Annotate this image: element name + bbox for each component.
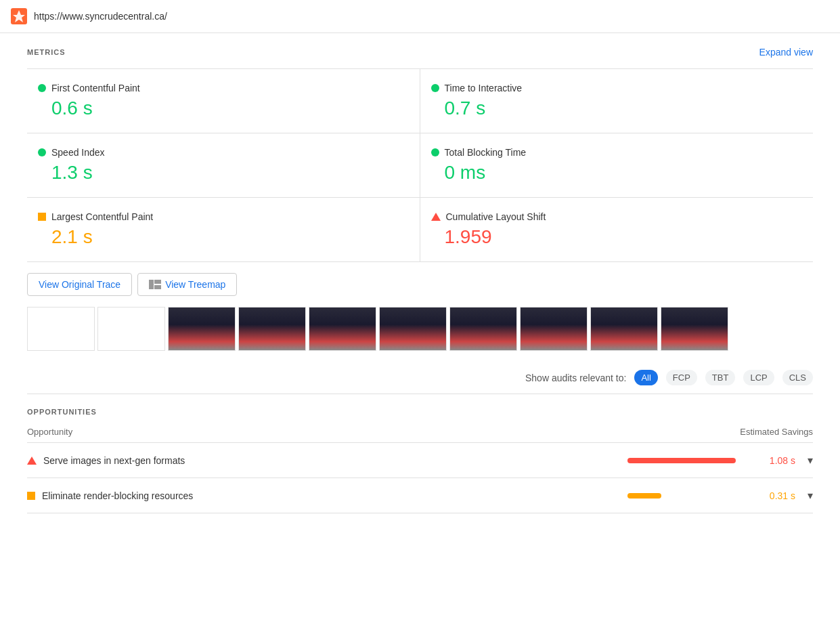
opp-name-images: Serve images in next-gen formats bbox=[43, 455, 621, 466]
fcp-label: First Contentful Paint bbox=[51, 83, 140, 93]
metrics-title: METRICS bbox=[27, 48, 66, 56]
film-frame bbox=[309, 307, 376, 351]
expand-view-button[interactable]: Expand view bbox=[759, 47, 813, 58]
opp-savings-images: 1.08 s bbox=[761, 455, 795, 466]
si-dot bbox=[38, 148, 46, 156]
audit-filter: Show audits relevant to: All FCP TBT LCP… bbox=[27, 362, 813, 394]
opp-square-icon bbox=[27, 492, 35, 500]
lighthouse-icon bbox=[11, 8, 27, 24]
view-trace-button[interactable]: View Original Trace bbox=[27, 273, 132, 296]
cls-triangle bbox=[431, 213, 441, 221]
opportunities-section: OPPORTUNITIES Opportunity Estimated Savi… bbox=[27, 394, 813, 513]
filter-label: Show audits relevant to: bbox=[525, 373, 626, 383]
film-frame bbox=[27, 307, 95, 351]
filmstrip bbox=[27, 307, 813, 362]
url-display: https://www.syncrudecentral.ca/ bbox=[34, 11, 167, 22]
fcp-value: 0.6 s bbox=[51, 98, 409, 119]
treemap-label: View Treemap bbox=[165, 279, 225, 290]
svg-rect-4 bbox=[154, 285, 161, 289]
metric-cls: Cumulative Layout Shift 1.959 bbox=[420, 198, 814, 262]
metric-fcp: First Contentful Paint 0.6 s bbox=[27, 69, 420, 133]
opp-bar-container-orange bbox=[627, 493, 749, 499]
svg-rect-2 bbox=[149, 280, 154, 289]
view-treemap-button[interactable]: View Treemap bbox=[137, 273, 237, 296]
tbt-label: Total Blocking Time bbox=[445, 147, 527, 158]
filter-cls[interactable]: CLS bbox=[782, 370, 813, 385]
filter-fcp[interactable]: FCP bbox=[666, 370, 697, 385]
opp-row-render: Eliminate render-blocking resources 0.31… bbox=[27, 478, 813, 513]
filter-tbt[interactable]: TBT bbox=[705, 370, 736, 385]
cls-value: 1.959 bbox=[445, 226, 803, 248]
filter-all[interactable]: All bbox=[634, 370, 657, 385]
tbt-value: 0 ms bbox=[445, 162, 803, 184]
opp-bar-container bbox=[627, 458, 749, 463]
metrics-grid: First Contentful Paint 0.6 s Time to Int… bbox=[27, 68, 813, 262]
film-frame bbox=[379, 307, 447, 351]
fcp-dot bbox=[38, 84, 46, 92]
treemap-icon bbox=[149, 280, 161, 289]
film-frame bbox=[590, 307, 658, 351]
filter-lcp[interactable]: LCP bbox=[743, 370, 774, 385]
opp-expand-images[interactable]: ▾ bbox=[808, 454, 813, 467]
film-frame bbox=[168, 307, 236, 351]
opp-header-savings: Estimated Savings bbox=[740, 427, 813, 437]
lcp-label: Largest Contentful Paint bbox=[51, 211, 153, 222]
opp-header: Opportunity Estimated Savings bbox=[27, 421, 813, 443]
opp-header-opportunity: Opportunity bbox=[27, 427, 72, 437]
si-value: 1.3 s bbox=[51, 162, 409, 184]
metric-lcp: Largest Contentful Paint 2.1 s bbox=[27, 198, 420, 262]
opportunities-title: OPPORTUNITIES bbox=[27, 394, 813, 416]
opp-row-images: Serve images in next-gen formats 1.08 s … bbox=[27, 443, 813, 478]
opp-bar-orange bbox=[627, 493, 661, 499]
metric-tbt: Total Blocking Time 0 ms bbox=[420, 133, 814, 198]
opp-expand-render[interactable]: ▾ bbox=[808, 489, 813, 502]
opp-savings-render: 0.31 s bbox=[761, 490, 795, 501]
main-content: METRICS Expand view First Contentful Pai… bbox=[0, 33, 840, 527]
top-bar: https://www.syncrudecentral.ca/ bbox=[0, 0, 840, 33]
film-frame bbox=[238, 307, 306, 351]
metric-tti: Time to Interactive 0.7 s bbox=[420, 69, 814, 133]
opp-name-render: Eliminate render-blocking resources bbox=[42, 490, 621, 501]
film-frame bbox=[449, 307, 517, 351]
buttons-row: View Original Trace View Treemap bbox=[27, 262, 813, 307]
cls-label: Cumulative Layout Shift bbox=[446, 211, 546, 222]
metric-si: Speed Index 1.3 s bbox=[27, 133, 420, 198]
lcp-value: 2.1 s bbox=[51, 226, 409, 248]
tbt-dot bbox=[431, 148, 439, 156]
film-frame bbox=[97, 307, 165, 351]
opp-triangle-icon bbox=[27, 457, 37, 465]
film-frame bbox=[661, 307, 728, 351]
tti-value: 0.7 s bbox=[445, 98, 803, 119]
film-frame bbox=[520, 307, 588, 351]
si-label: Speed Index bbox=[51, 147, 105, 158]
metrics-section-header: METRICS Expand view bbox=[27, 47, 813, 58]
tti-dot bbox=[431, 84, 439, 92]
tti-label: Time to Interactive bbox=[445, 83, 523, 93]
lcp-square bbox=[38, 213, 46, 221]
svg-rect-3 bbox=[154, 280, 161, 284]
opp-bar-red bbox=[627, 458, 736, 463]
